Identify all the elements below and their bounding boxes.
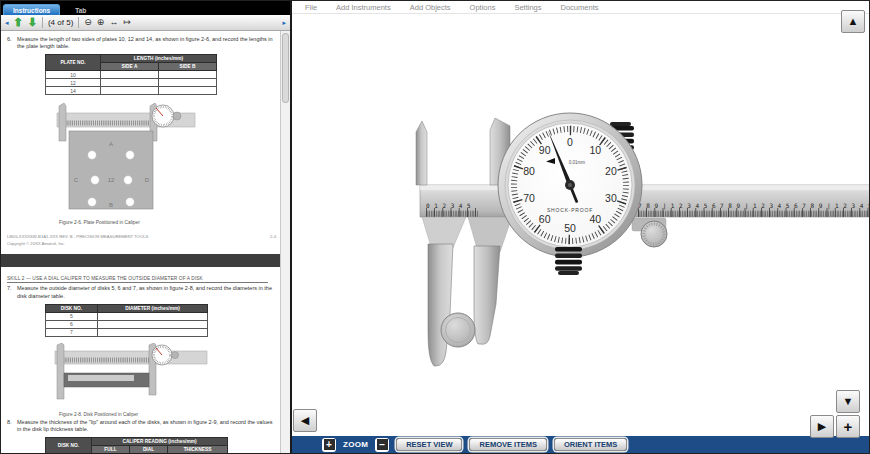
svg-text:50: 50	[564, 222, 576, 234]
fit-width-icon[interactable]: ↔	[109, 18, 118, 27]
tab-bar: Instructions Tab	[1, 1, 290, 15]
instruction-step-8: 8. Measure the thickness of the "lip" ar…	[7, 419, 276, 433]
footer-page-number: 2-4	[270, 234, 276, 247]
menu-settings[interactable]: Settings	[514, 3, 541, 12]
document-view: 6. Measure the length of two sides of pl…	[1, 31, 290, 453]
instruction-step-6: 6. Measure the length of two sides of pl…	[7, 36, 276, 50]
toolbar-divider	[42, 17, 43, 28]
scrollbar-thumb[interactable]	[282, 33, 289, 103]
svg-text:0: 0	[567, 136, 573, 148]
reset-view-button[interactable]: RESET VIEW	[396, 438, 462, 452]
lip-thickness-table: DISK NO. CALIPER READING (inches/mm) FUL…	[45, 437, 228, 453]
table-row: 6	[46, 320, 208, 328]
mini-thumb-roller	[172, 351, 179, 358]
document-page: 6. Measure the length of two sides of pl…	[1, 31, 280, 453]
view-toolbar: + ZOOM − RESET VIEW REMOVE ITEMS ORIENT …	[292, 436, 869, 453]
menu-add-instruments[interactable]: Add Instruments	[336, 3, 391, 12]
menu-options[interactable]: Options	[470, 3, 496, 12]
fit-page-icon[interactable]: ↦	[123, 18, 131, 27]
zoom-minus-button[interactable]: −	[377, 439, 388, 450]
page-indicator: (4 of 5)	[48, 18, 73, 27]
svg-text:30: 30	[605, 192, 617, 204]
table-row: 7	[46, 328, 208, 336]
figure-plate-in-caliper: A C 12 D B	[51, 101, 276, 217]
figure-caption: Figure 2-8. Disk Positioned in Caliper	[59, 412, 276, 417]
next-page-button[interactable]: ⬇	[28, 17, 37, 28]
app-window: Instructions Tab ◂ ⬆ ⬇ (4 of 5) ⊖ ⊕ ↔ ↦ …	[0, 0, 870, 454]
3d-viewport[interactable]: 012345 789|123456789|123456789|12345	[292, 14, 869, 436]
pan-down-button[interactable]: ▼	[836, 390, 860, 413]
toolbar-divider	[78, 17, 79, 28]
dial-unit-label: 0.01mm	[569, 160, 586, 165]
menu-file[interactable]: File	[305, 3, 317, 12]
fixed-jaw	[428, 244, 453, 366]
tab-instructions[interactable]: Instructions	[3, 4, 60, 15]
disk-diameter-table: DISK NO. DIAMETER (inches/mm) 5 6 7	[45, 304, 208, 337]
dial-caliper[interactable]: 012345 789|123456789|123456789|12345	[292, 14, 869, 436]
plate-label-top: A	[109, 141, 113, 147]
table-row: 14	[46, 87, 217, 95]
pan-left-button[interactable]: ◀	[293, 409, 317, 432]
step-number: 6.	[7, 36, 14, 50]
zoom-in-corner-button[interactable]: +	[836, 415, 860, 438]
measured-disk[interactable]	[441, 313, 475, 347]
column-header: DISK NO.	[46, 437, 92, 453]
svg-text:70: 70	[523, 192, 535, 204]
zoom-plus-button[interactable]: +	[324, 439, 335, 450]
svg-text:10: 10	[589, 144, 601, 156]
mini-left-jaw	[59, 103, 66, 141]
plate-label-center: 12	[108, 177, 115, 183]
disk-highlight	[68, 375, 134, 381]
movable-jaw[interactable]	[474, 246, 500, 344]
zoom-out-icon[interactable]: ⊖	[84, 18, 92, 27]
instruction-step-7: 7. Measure the outside diameter of disks…	[7, 285, 276, 299]
document-toolbar: ◂ ⬆ ⬇ (4 of 5) ⊖ ⊕ ↔ ↦ ▸	[1, 15, 290, 31]
scroll-right-icon[interactable]: ▸	[282, 19, 286, 26]
column-subheader: FULL	[92, 445, 130, 453]
zoom-label: ZOOM	[343, 440, 368, 449]
pan-right-button[interactable]: ▶	[810, 415, 834, 438]
section-header: SKILL 2 — USE A DIAL CALIPER TO MEASURE …	[7, 276, 268, 284]
plate-length-table: PLATE NO. LENGTH (inches/mm) SIDE A SIDE…	[45, 54, 217, 95]
svg-text:20: 20	[605, 165, 617, 177]
svg-text:90: 90	[539, 144, 551, 156]
dial-brand-label: SHOCK-PROOF	[547, 207, 593, 213]
lock-screw-bottom[interactable]	[555, 247, 582, 275]
pan-up-button[interactable]: ▲	[841, 10, 865, 33]
plate-label-bottom: B	[109, 202, 113, 208]
menu-documents[interactable]: Documents	[561, 3, 599, 12]
zoom-plus-pill: +	[322, 438, 336, 452]
mini-caliper-beam	[55, 351, 207, 364]
zoom-in-icon[interactable]: ⊕	[97, 18, 105, 27]
figure-caption: Figure 2-6. Plate Positioned in Caliper	[59, 220, 276, 225]
remove-items-button[interactable]: REMOVE ITEMS	[469, 438, 547, 452]
column-header: CALIPER READING (inches/mm)	[92, 437, 228, 445]
plate-label-left: C	[74, 177, 79, 183]
menu-add-objects[interactable]: Add Objects	[410, 3, 451, 12]
orient-items-button[interactable]: ORIENT ITEMS	[554, 438, 627, 452]
dial-indicator[interactable]: 0 10 20 30 40 50 60 70 80 90 0.01mm SHOC…	[498, 113, 642, 257]
tab-generic[interactable]: Tab	[66, 5, 95, 15]
table-row: 12	[46, 79, 217, 87]
instructions-panel: Instructions Tab ◂ ⬆ ⬇ (4 of 5) ⊖ ⊕ ↔ ↦ …	[1, 1, 292, 453]
table-row: 10	[46, 71, 217, 79]
document-scrollbar[interactable]	[280, 31, 290, 453]
plate-label-right: D	[145, 177, 150, 183]
footer-line1: LM05-XXXXSW-B1A1-XXX REV. B - PRECISION …	[7, 234, 148, 240]
figure-disk-in-caliper	[51, 343, 276, 409]
step-text: Measure the outside diameter of disks 5,…	[17, 285, 276, 299]
simulation-panel: File Add Instruments Add Objects Options…	[292, 1, 869, 453]
previous-page-button[interactable]: ⬆	[14, 17, 23, 28]
scale-left-numbers: 012345	[426, 202, 475, 209]
step-text: Measure the length of two sides of plate…	[17, 36, 276, 50]
svg-text:80: 80	[523, 165, 535, 177]
step-number: 8.	[7, 419, 14, 433]
needle-hub-center	[568, 183, 572, 187]
table-row: 5	[46, 312, 208, 320]
beam-highlight	[420, 185, 869, 190]
mini-thumb-roller	[173, 112, 181, 120]
page-footer: LM05-XXXXSW-B1A1-XXX REV. B - PRECISION …	[7, 234, 276, 247]
scroll-left-icon[interactable]: ◂	[5, 19, 9, 26]
zoom-minus-pill: −	[375, 438, 389, 452]
footer-line2: Copyright © 20XX Amatrol, Inc.	[7, 241, 148, 247]
